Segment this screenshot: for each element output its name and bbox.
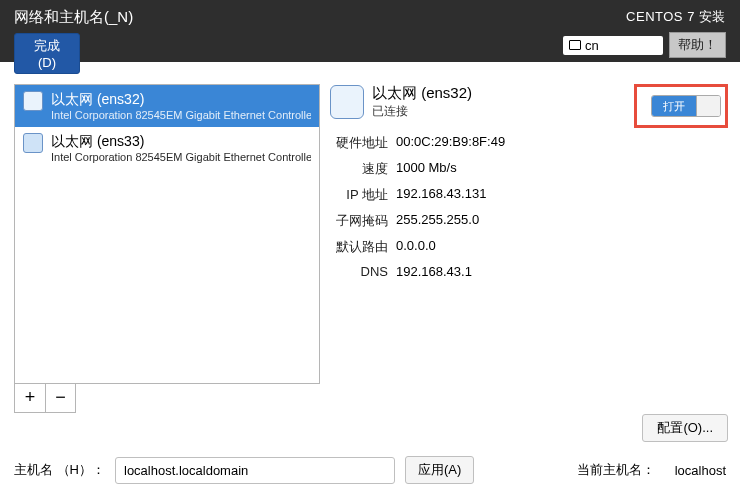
interface-name: 以太网 (ens32)	[51, 91, 311, 109]
connection-toggle[interactable]: 打开	[651, 95, 721, 117]
interface-sub: Intel Corporation 82545EM Gigabit Ethern…	[51, 151, 311, 163]
remove-interface-button[interactable]: −	[45, 384, 75, 412]
detail-row: DNS192.168.43.1	[330, 264, 728, 279]
hostname-label: 主机名 （H）：	[14, 461, 105, 479]
configure-button[interactable]: 配置(O)...	[642, 414, 728, 442]
current-hostname: localhost	[675, 463, 726, 478]
apply-button[interactable]: 应用(A)	[405, 456, 474, 484]
keyboard-indicator[interactable]: cn	[563, 36, 663, 55]
interface-list: 以太网 (ens32)Intel Corporation 82545EM Gig…	[14, 84, 320, 384]
keyboard-icon	[569, 40, 581, 50]
header-bar: 网络和主机名(_N) 完成(D) CENTOS 7 安装 cn 帮助！	[0, 0, 740, 62]
ethernet-icon	[23, 133, 43, 153]
done-button[interactable]: 完成(D)	[14, 33, 80, 74]
keyboard-layout: cn	[585, 38, 599, 53]
detail-key: 速度	[330, 160, 388, 178]
detail-key: 默认路由	[330, 238, 388, 256]
detail-key: IP 地址	[330, 186, 388, 204]
add-interface-button[interactable]: +	[15, 384, 45, 412]
detail-status: 已连接	[372, 103, 472, 120]
detail-key: 子网掩码	[330, 212, 388, 230]
toggle-knob	[696, 96, 720, 116]
switch-highlight: 打开	[634, 84, 728, 128]
interface-item[interactable]: 以太网 (ens32)Intel Corporation 82545EM Gig…	[15, 85, 319, 127]
detail-key: 硬件地址	[330, 134, 388, 152]
detail-row: IP 地址192.168.43.131	[330, 186, 728, 204]
ethernet-icon	[23, 91, 43, 111]
detail-value: 255.255.255.0	[396, 212, 479, 230]
detail-value: 1000 Mb/s	[396, 160, 457, 178]
detail-row: 速度1000 Mb/s	[330, 160, 728, 178]
current-hostname-label: 当前主机名：	[577, 461, 655, 479]
detail-value: 192.168.43.131	[396, 186, 486, 204]
network-icon	[330, 85, 364, 119]
help-button[interactable]: 帮助！	[669, 32, 726, 58]
detail-key: DNS	[330, 264, 388, 279]
interface-item[interactable]: 以太网 (ens33)Intel Corporation 82545EM Gig…	[15, 127, 319, 169]
detail-title: 以太网 (ens32)	[372, 84, 472, 103]
detail-value: 00:0C:29:B9:8F:49	[396, 134, 505, 152]
detail-value: 0.0.0.0	[396, 238, 436, 256]
interface-sub: Intel Corporation 82545EM Gigabit Ethern…	[51, 109, 311, 121]
detail-row: 硬件地址00:0C:29:B9:8F:49	[330, 134, 728, 152]
install-label: CENTOS 7 安装	[626, 8, 726, 26]
detail-value: 192.168.43.1	[396, 264, 472, 279]
detail-row: 默认路由0.0.0.0	[330, 238, 728, 256]
interface-name: 以太网 (ens33)	[51, 133, 311, 151]
page-title: 网络和主机名(_N)	[14, 8, 133, 27]
toggle-on-label: 打开	[652, 96, 696, 116]
hostname-input[interactable]	[115, 457, 395, 484]
detail-row: 子网掩码255.255.255.0	[330, 212, 728, 230]
